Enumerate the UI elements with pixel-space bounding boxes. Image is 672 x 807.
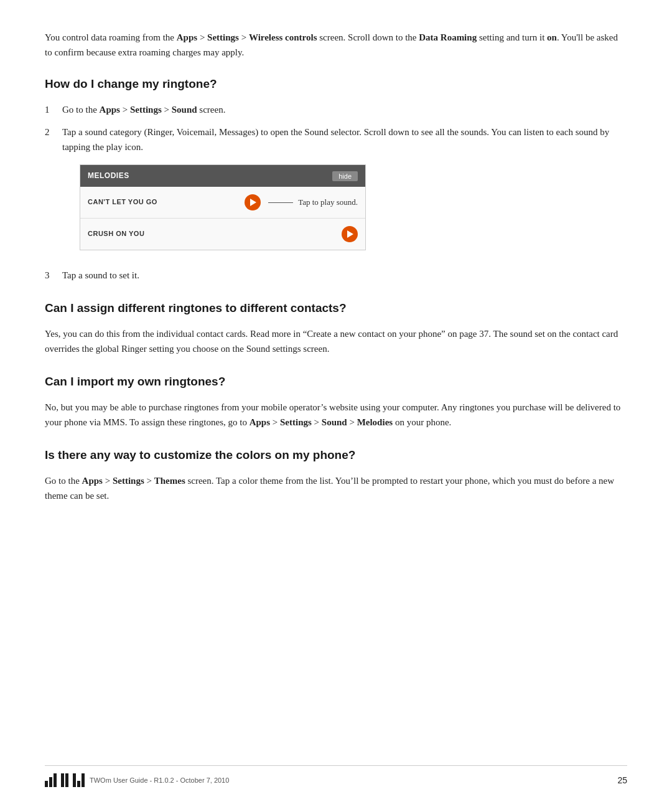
intro-wireless: Wireless controls xyxy=(249,32,317,42)
song2-name: CRUSH ON YOU xyxy=(88,229,144,240)
song1-row: CAN'T LET YOU GO Tap to play sound. xyxy=(80,187,365,219)
intro-on: on xyxy=(547,32,557,42)
import-apps: Apps xyxy=(250,417,270,427)
section-import-ringtones: Can I import my own ringtones? No, but y… xyxy=(45,375,627,430)
song1-play-button[interactable] xyxy=(245,194,261,210)
kin-bar-3 xyxy=(54,773,57,787)
tap-to-play-label: Tap to play sound. xyxy=(298,196,358,209)
section-customize-colors: Is there any way to customize the colors… xyxy=(45,448,627,503)
song2-play-button[interactable] xyxy=(342,226,358,242)
footer-guide-text: TWOm User Guide - R1.0.2 - October 7, 20… xyxy=(90,776,229,784)
section-colors-heading: Is there any way to customize the colors… xyxy=(45,448,627,462)
song2-right xyxy=(342,226,358,242)
kin-bar-2 xyxy=(49,777,52,787)
step-2-content: Tap a sound category (Ringer, Voicemail,… xyxy=(62,125,627,260)
import-settings: Settings xyxy=(280,417,312,427)
sound-selector: MELODIES hide CAN'T LET YOU GO xyxy=(80,164,366,250)
colors-text-pre: Go to the xyxy=(45,476,82,486)
step1-pre: Go to the xyxy=(62,105,100,115)
import-gt1: > xyxy=(270,417,280,427)
kin-bar-5 xyxy=(65,773,68,787)
step-1-content: Go to the Apps > Settings > Sound screen… xyxy=(62,102,627,117)
play-triangle-icon xyxy=(250,199,256,206)
colors-apps: Apps xyxy=(82,476,103,486)
import-text-post: on your phone. xyxy=(393,417,451,427)
song1-name: CAN'T LET YOU GO xyxy=(88,197,157,208)
section-import-text: No, but you may be able to purchase ring… xyxy=(45,400,627,430)
step1-apps: Apps xyxy=(100,105,120,115)
import-sound: Sound xyxy=(322,417,347,427)
intro-settings: Settings xyxy=(207,32,239,42)
connector-line xyxy=(268,202,293,203)
step-2-num: 2 xyxy=(45,125,55,260)
step-3-num: 3 xyxy=(45,268,55,283)
step1-post: screen. xyxy=(197,105,226,115)
colors-themes: Themes xyxy=(154,476,185,486)
step-3: 3 Tap a sound to set it. xyxy=(45,268,627,283)
section-ringtone-heading: How do I change my ringtone? xyxy=(45,77,627,91)
colors-gt1: > xyxy=(103,476,113,486)
kin-bar-8 xyxy=(82,773,85,787)
kin-logo-icon xyxy=(45,773,85,787)
step-2: 2 Tap a sound category (Ringer, Voicemai… xyxy=(45,125,627,260)
section-assign-ringtones: Can I assign different ringtones to diff… xyxy=(45,301,627,356)
play-triangle-icon-2 xyxy=(347,230,353,238)
colors-gt2: > xyxy=(144,476,154,486)
section-colors-text: Go to the Apps > Settings > Themes scree… xyxy=(45,473,627,503)
page-number: 25 xyxy=(617,775,627,785)
intro-apps: Apps xyxy=(177,32,197,42)
intro-text2: screen. Scroll down to the xyxy=(317,32,419,42)
tap-label-group: Tap to play sound. xyxy=(268,196,358,209)
sound-selector-header: MELODIES hide xyxy=(80,165,365,187)
kin-bar-7 xyxy=(77,781,80,787)
kin-bar-1 xyxy=(45,781,48,787)
kin-bar-6 xyxy=(73,773,76,787)
song2-row: CRUSH ON YOU xyxy=(80,219,365,250)
section-assign-text: Yes, you can do this from the individual… xyxy=(45,326,627,356)
melodies-label: MELODIES xyxy=(88,170,129,182)
intro-gt2: > xyxy=(239,32,249,42)
colors-settings: Settings xyxy=(113,476,144,486)
kin-bar-4 xyxy=(61,773,64,787)
intro-text1: You control data roaming from the xyxy=(45,32,177,42)
step1-gt2: > xyxy=(162,105,172,115)
step-1-num: 1 xyxy=(45,102,55,117)
step-1: 1 Go to the Apps > Settings > Sound scre… xyxy=(45,102,627,117)
footer: TWOm User Guide - R1.0.2 - October 7, 20… xyxy=(45,765,627,787)
step1-settings: Settings xyxy=(130,105,162,115)
footer-left: TWOm User Guide - R1.0.2 - October 7, 20… xyxy=(45,773,229,787)
section-ringtone: How do I change my ringtone? 1 Go to the… xyxy=(45,77,627,283)
step1-sound: Sound xyxy=(172,105,197,115)
step2-text: Tap a sound category (Ringer, Voicemail,… xyxy=(62,127,609,152)
intro-text3: setting and turn it xyxy=(477,32,547,42)
intro-dataroaming: Data Roaming xyxy=(419,32,477,42)
import-melodies: Melodies xyxy=(357,417,393,427)
section-import-heading: Can I import my own ringtones? xyxy=(45,375,627,389)
song1-right: Tap to play sound. xyxy=(245,194,358,210)
import-gt3: > xyxy=(347,417,357,427)
import-gt2: > xyxy=(312,417,322,427)
intro-gt1: > xyxy=(197,32,207,42)
hide-button[interactable]: hide xyxy=(332,171,358,181)
intro-block: You control data roaming from the Apps >… xyxy=(45,30,627,60)
step-3-content: Tap a sound to set it. xyxy=(62,268,627,283)
step1-gt1: > xyxy=(120,105,130,115)
section-assign-heading: Can I assign different ringtones to diff… xyxy=(45,301,627,315)
ringtone-steps: 1 Go to the Apps > Settings > Sound scre… xyxy=(45,102,627,283)
